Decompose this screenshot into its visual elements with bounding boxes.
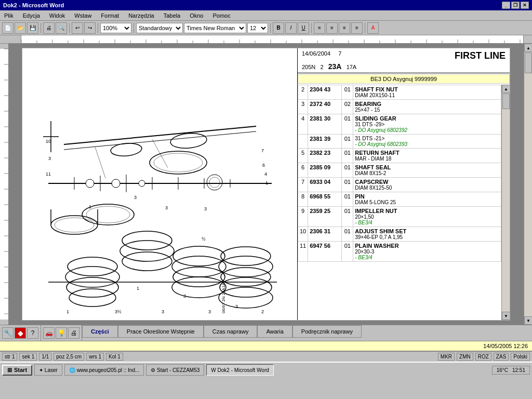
- style-select[interactable]: Standardowy: [136, 23, 183, 33]
- doc-scroll-down[interactable]: ▼: [524, 316, 532, 325]
- part-code: 6947 56: [308, 242, 342, 262]
- svg-text:3: 3: [48, 156, 51, 161]
- part-qty: 01: [342, 85, 353, 100]
- tab-czas[interactable]: Czas naprawy: [204, 325, 258, 338]
- new-doc-button[interactable]: 📄: [2, 22, 14, 34]
- part-num: 8: [298, 192, 308, 207]
- scroll-down-button[interactable]: ▼: [502, 312, 510, 320]
- doc-right-scroll: ▲ ▼: [524, 44, 532, 325]
- tab-awaria[interactable]: Awaria: [257, 325, 292, 338]
- part-num: 10: [298, 227, 308, 242]
- menu-narzedzia[interactable]: Narzędzia: [126, 12, 156, 19]
- undo-button[interactable]: ↩: [72, 22, 83, 34]
- ref-line: 205N 2 23A 17A: [302, 62, 506, 71]
- status-zmn: ZMN: [457, 353, 473, 361]
- part-code: 2306 31: [308, 227, 342, 242]
- status-pages: 1/1: [39, 353, 51, 361]
- car-icon[interactable]: 🚗: [43, 327, 55, 339]
- parts-icon[interactable]: ◆: [15, 327, 26, 339]
- tab-podrecznik[interactable]: Podręcznik naprawy: [292, 325, 362, 338]
- taskbar-left: ⊞ Start ✦ Laser 🌐 www.peugeot205.pl :: I…: [2, 364, 274, 376]
- align-right-button[interactable]: ≡: [339, 22, 350, 34]
- scroll-thumb[interactable]: [502, 94, 510, 109]
- align-justify-button[interactable]: ≡: [351, 22, 363, 34]
- toolbar: 📄 📂 💾 🖨 🔍 ↩ ↪ 100% Standardowy Times New…: [0, 21, 532, 35]
- menu-bar: Plik Edycja Widok Wstaw Format Narzędzia…: [0, 10, 532, 21]
- table-row: 92359 2501IMPELLER NUT20×1,50- BE3/4: [298, 207, 501, 227]
- svg-text:3: 3: [183, 294, 186, 299]
- menu-wstaw[interactable]: Wstaw: [72, 12, 94, 19]
- bold-button[interactable]: B: [273, 22, 284, 34]
- part-desc-cell: RETURN SHAFTMAR - DIAM 18: [353, 149, 501, 163]
- left-ruler: [0, 44, 8, 325]
- table-row: 42381 3001SLIDING GEAR31 DTS -29>- DO As…: [298, 114, 501, 135]
- font-select[interactable]: Times New Roman: [184, 23, 246, 33]
- title-bar: Dok2 - Microsoft Word _ ❒ ✕: [0, 0, 532, 10]
- part-desc-cell: PLAIN WASHER20×30-3- BE3/4: [353, 242, 501, 262]
- part-desc-cell: ADJUST SHIM SET39×46-EP 0,7 A 1,95: [353, 227, 501, 242]
- start-button[interactable]: ⊞ Start: [2, 365, 32, 376]
- scroll-track[interactable]: [502, 93, 510, 312]
- wrench-icon[interactable]: 🔧: [2, 327, 14, 339]
- status-mkr: MKR: [438, 353, 455, 361]
- title-text: Dok2 - Microsoft Word: [3, 2, 64, 8]
- zoom-select[interactable]: 100%: [100, 23, 131, 33]
- part-qty: 01: [342, 207, 353, 227]
- toolbar-sep2: [69, 23, 70, 33]
- maximize-button[interactable]: ❒: [511, 2, 520, 9]
- scroll-up-button[interactable]: ▲: [502, 85, 510, 93]
- taskbar-word[interactable]: W Dok2 - Microsoft Word: [206, 364, 274, 376]
- start-label: Start: [14, 367, 27, 373]
- italic-button[interactable]: I: [285, 22, 297, 34]
- parts-area: 14/06/2004 7 FIRST LINE 205N 2 23A: [298, 48, 510, 320]
- tab-prace[interactable]: Prace Określone Wstępnie: [118, 325, 204, 338]
- status-str: str 1: [2, 353, 17, 361]
- font-color-button[interactable]: A: [367, 22, 379, 34]
- parts-header: 14/06/2004 7 FIRST LINE 205N 2 23A: [298, 48, 510, 73]
- underline-button[interactable]: U: [298, 22, 309, 34]
- ref4: 17A: [347, 64, 357, 70]
- status-zas: ZAS: [494, 353, 509, 361]
- part-desc-cell: IMPELLER NUT20×1,50- BE3/4: [353, 207, 501, 227]
- taskbar: ⊞ Start ✦ Laser 🌐 www.peugeot205.pl :: I…: [0, 362, 532, 377]
- svg-text:11: 11: [46, 171, 51, 177]
- menu-tabela[interactable]: Tabela: [162, 12, 182, 19]
- status-sek: sek 1: [19, 353, 37, 361]
- question-icon[interactable]: ?: [27, 327, 38, 339]
- close-button[interactable]: ✕: [521, 2, 529, 9]
- app-status-bar: 14/05/2005 12:26: [0, 341, 532, 351]
- minimize-button[interactable]: _: [502, 2, 510, 9]
- print-button[interactable]: 🖨: [43, 22, 55, 34]
- open-button[interactable]: 📂: [15, 22, 26, 34]
- be3-label: BE3 DO Asygnuj 9999999: [298, 74, 510, 84]
- align-center-button[interactable]: ≡: [326, 22, 338, 34]
- tab-czesci[interactable]: Części: [82, 325, 118, 338]
- print2-icon[interactable]: 🖨: [68, 327, 79, 339]
- doc-scroll-up[interactable]: ▲: [524, 44, 532, 52]
- toolbar-sep4: [134, 23, 134, 33]
- svg-text:1: 1: [137, 286, 139, 291]
- menu-pomoc[interactable]: Pomoc: [210, 12, 232, 19]
- svg-text:2: 2: [261, 309, 264, 314]
- table-row: 22304 4301SHAFT FIX NUTDIAM 20X150-11: [298, 85, 501, 100]
- drawing-area: 10 3 11 1 7 6 4 1 3 3 3 ½ 1 3 3: [22, 48, 298, 320]
- save-button[interactable]: 💾: [27, 22, 38, 34]
- menu-widok[interactable]: Widok: [47, 12, 68, 19]
- menu-okno[interactable]: Okno: [188, 12, 205, 19]
- taskbar-laser[interactable]: ✦ Laser: [34, 364, 62, 376]
- align-left-button[interactable]: ≡: [314, 22, 325, 34]
- taskbar-peugeot[interactable]: 🌐 www.peugeot205.pl :: Ind...: [64, 364, 144, 376]
- menu-plik[interactable]: Plik: [2, 12, 16, 19]
- part-num: 9: [298, 207, 308, 227]
- part-code: 2372 40: [308, 100, 342, 114]
- menu-edycja[interactable]: Edycja: [21, 12, 42, 19]
- taskbar-temp: 16°C: [497, 367, 508, 373]
- table-row: 116947 5601PLAIN WASHER20×30-3- BE3/4: [298, 242, 501, 262]
- size-select[interactable]: 12: [247, 23, 268, 33]
- redo-button[interactable]: ↪: [84, 22, 96, 34]
- menu-format[interactable]: Format: [99, 12, 121, 19]
- bulb-icon[interactable]: 💡: [56, 327, 67, 339]
- print-preview-button[interactable]: 🔍: [56, 22, 67, 34]
- taskbar-cezzam[interactable]: ⚙ Start - CEZZAM53: [146, 364, 204, 376]
- svg-point-109: [139, 180, 145, 187]
